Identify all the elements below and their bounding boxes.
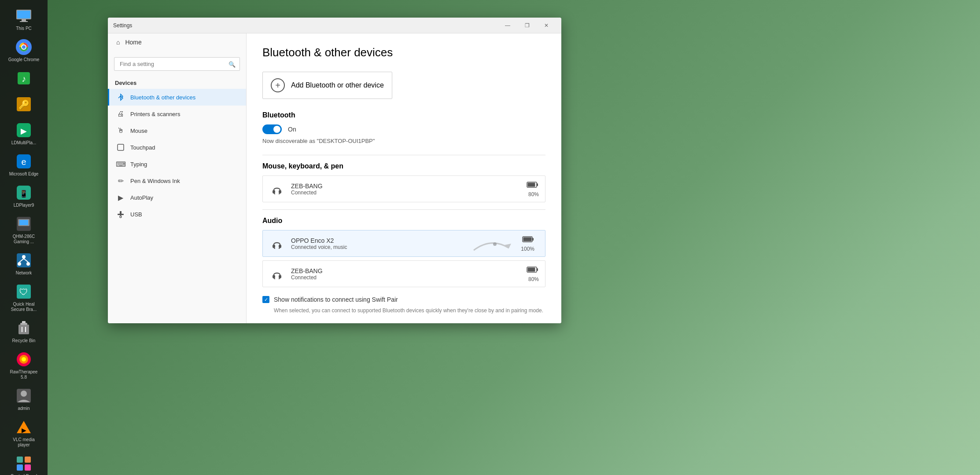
svg-point-23 — [18, 262, 21, 266]
chrome-icon — [15, 38, 33, 56]
taskbar-icon-recycle[interactable]: Recycle Bin — [6, 317, 41, 346]
nav-item-printers[interactable]: 🖨 Printers & scanners — [108, 106, 246, 122]
svg-rect-41 — [17, 457, 23, 463]
ldplayer-icon: 📱 — [15, 184, 33, 201]
usb-nav-icon — [116, 210, 125, 219]
taskbar-icon-this-pc[interactable]: This PC — [6, 4, 41, 34]
svg-point-7 — [22, 45, 26, 49]
audio-section: Audio OPPO Enco X2 Connected voice, musi… — [262, 217, 545, 287]
nav-item-typing[interactable]: ⌨ Typing — [108, 156, 246, 172]
device-battery-zebang-mouse: 80% — [527, 180, 539, 197]
device-row-zebang-mouse[interactable]: ZEB-BANG Connected 80% — [262, 175, 545, 202]
taskbar-icon-control[interactable]: Control Panel — [6, 452, 41, 475]
bluetooth-toggle[interactable] — [262, 124, 282, 134]
svg-text:▶: ▶ — [22, 427, 26, 434]
taskbar-icon-guitar[interactable]: ♪ — [6, 67, 41, 91]
device-row-oppo[interactable]: OPPO Enco X2 Connected voice, music — [262, 230, 545, 257]
search-input[interactable] — [114, 57, 240, 71]
taskbar-icon-key[interactable]: 🔑 — [6, 93, 41, 117]
taskbar-icon-ldmulti[interactable]: ▶ LDMultiPla... — [6, 119, 41, 148]
svg-rect-58 — [118, 214, 120, 215]
search-icon: 🔍 — [228, 61, 236, 67]
svg-rect-29 — [18, 325, 29, 334]
close-button[interactable]: ✕ — [537, 19, 556, 32]
control-panel-icon — [15, 455, 33, 472]
nav-label-typing: Typing — [130, 161, 147, 168]
taskbar-icon-quickheal[interactable]: 🛡 Quick Heal Secure Bra... — [6, 280, 41, 315]
edge-icon: e — [15, 153, 33, 170]
nav-item-bluetooth[interactable]: Bluetooth & other devices — [108, 89, 246, 106]
nav-item-touchpad[interactable]: Touchpad — [108, 139, 246, 156]
nav-item-pen[interactable]: ✏ Pen & Windows Ink — [108, 172, 246, 189]
svg-rect-3 — [20, 21, 28, 22]
taskbar-label-ldplayer: LDPlayer9 — [14, 203, 34, 208]
divider-2 — [262, 209, 545, 210]
device-status-zebang-mouse: Connected — [291, 190, 520, 196]
printer-nav-icon: 🖨 — [116, 110, 125, 118]
battery-pct-zebang-audio: 80% — [528, 276, 539, 282]
bluetooth-toggle-label: On — [288, 126, 296, 133]
device-battery-zebang-audio: 80% — [527, 265, 539, 282]
maximize-button[interactable]: ❐ — [517, 19, 537, 32]
device-status-zebang-audio: Connected — [291, 274, 520, 281]
admin-icon — [15, 387, 33, 405]
svg-rect-44 — [25, 464, 31, 471]
nav-item-autoplay[interactable]: ▶ AutoPlay — [108, 189, 246, 206]
battery-pct-oppo: 100% — [521, 246, 534, 252]
annotation-arrow — [469, 233, 522, 255]
svg-rect-59 — [121, 214, 124, 215]
bluetooth-nav-icon — [116, 93, 125, 102]
add-device-button[interactable]: + Add Bluetooth or other device — [262, 72, 392, 99]
taskbar-icon-admin[interactable]: admin — [6, 384, 41, 414]
taskbar-icon-chrome[interactable]: Google Chrome — [6, 36, 41, 65]
svg-rect-72 — [523, 238, 532, 241]
svg-rect-67 — [279, 245, 281, 248]
minimize-button[interactable]: — — [498, 19, 517, 32]
audio-section-header: Audio — [262, 217, 545, 225]
nav-home[interactable]: ⌂ Home — [108, 33, 246, 51]
vlc-icon: ▶ — [15, 418, 33, 436]
network-icon — [15, 252, 33, 269]
touchpad-nav-icon — [116, 143, 125, 152]
taskbar-icon-ldplayer[interactable]: 📱 LDPlayer9 — [6, 181, 41, 211]
svg-point-38 — [21, 391, 27, 397]
battery-icon-zebang-audio — [527, 265, 539, 275]
recycle-icon — [15, 319, 33, 337]
taskbar-icon-vlc[interactable]: ▶ VLC media player — [6, 416, 41, 450]
svg-rect-76 — [537, 268, 538, 271]
taskbar-icon-rawtherapee[interactable]: RawTherapee 5.8 — [6, 348, 41, 383]
taskbar-icon-edge[interactable]: e Microsoft Edge — [6, 150, 41, 179]
bluetooth-section: Bluetooth On Now discoverable as "DESKTO… — [262, 111, 545, 144]
ldmulti-icon: ▶ — [15, 121, 33, 139]
toggle-knob — [273, 126, 280, 133]
check-icon: ✓ — [264, 297, 268, 302]
taskbar-label-vlc: VLC media player — [8, 437, 40, 448]
swift-pair-section: ✓ Show notifications to connect using Sw… — [262, 296, 545, 314]
taskbar-label-admin: admin — [18, 406, 29, 411]
battery-icon-oppo — [522, 235, 534, 245]
swift-pair-description: When selected, you can connect to suppor… — [262, 307, 545, 314]
nav-label-printers: Printers & scanners — [130, 111, 180, 117]
bluetooth-toggle-row: On — [262, 124, 545, 134]
pen-nav-icon: ✏ — [116, 176, 125, 185]
taskbar-icon-network[interactable]: Network — [6, 249, 41, 278]
taskbar-icon-qhm[interactable]: QHM-286C Gaming ... — [6, 212, 41, 247]
taskbar-label-edge: Microsoft Edge — [9, 172, 39, 177]
nav-item-usb[interactable]: USB — [108, 206, 246, 223]
bluetooth-section-header: Bluetooth — [262, 111, 545, 119]
swift-pair-checkbox[interactable]: ✓ — [262, 296, 269, 303]
device-name-zebang-mouse: ZEB-BANG — [291, 183, 520, 190]
svg-rect-1 — [17, 11, 30, 18]
home-icon: ⌂ — [116, 39, 120, 46]
nav-item-mouse[interactable]: 🖱 Mouse — [108, 122, 246, 139]
autoplay-nav-icon: ▶ — [116, 193, 125, 202]
nav-section-label: Devices — [108, 75, 246, 89]
device-row-zebang-audio[interactable]: ZEB-BANG Connected 80% — [262, 260, 545, 287]
headphone-icon-zebang-audio — [269, 266, 285, 282]
svg-text:e: e — [21, 157, 26, 167]
taskbar-label-recycle: Recycle Bin — [12, 338, 36, 343]
guitar-icon: ♪ — [15, 69, 33, 87]
nav-label-usb: USB — [130, 211, 142, 218]
key-icon: 🔑 — [15, 95, 33, 113]
mouse-section-header: Mouse, keyboard, & pen — [262, 162, 545, 170]
